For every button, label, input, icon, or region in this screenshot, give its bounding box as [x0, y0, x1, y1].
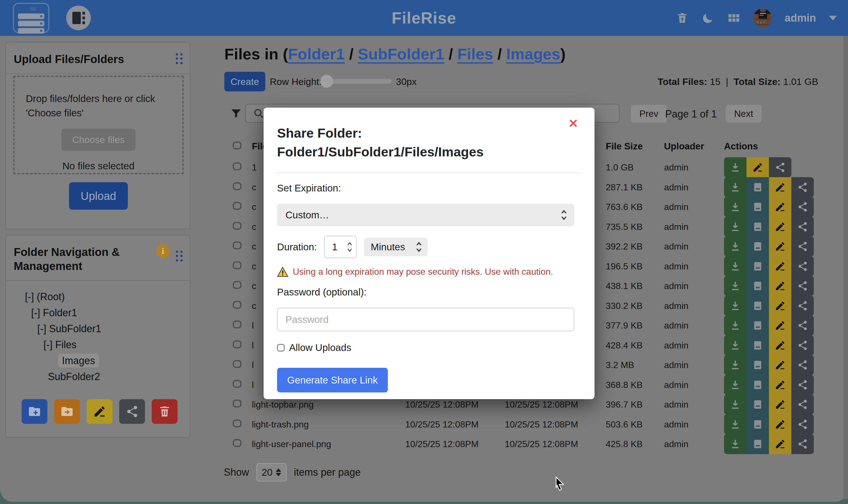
row-checkbox[interactable] [233, 281, 242, 289]
row-checkbox[interactable] [233, 202, 242, 210]
share-button[interactable] [791, 375, 814, 395]
file-name[interactable]: c [252, 241, 256, 252]
user-avatar[interactable] [753, 9, 772, 27]
download-button[interactable] [724, 296, 746, 316]
file-name[interactable]: c [252, 261, 256, 271]
info-icon[interactable]: i [156, 245, 170, 258]
file-name[interactable]: c [252, 182, 256, 192]
preview-button[interactable] [746, 217, 769, 237]
dark-mode-moon-icon[interactable] [702, 12, 714, 24]
file-name[interactable]: light-topbar.png [252, 399, 314, 410]
breadcrumb-link-images[interactable]: Images [506, 45, 560, 63]
edit-button[interactable] [769, 256, 791, 276]
download-button[interactable] [724, 177, 746, 197]
edit-button[interactable] [769, 177, 791, 197]
trash-restore-icon[interactable] [676, 12, 689, 24]
breadcrumb-link-folder1[interactable]: Folder1 [288, 45, 344, 63]
edit-button[interactable] [746, 157, 769, 177]
preview-button[interactable] [746, 316, 769, 336]
create-folder-button[interactable] [22, 399, 47, 424]
row-checkbox[interactable] [233, 222, 242, 230]
duration-input[interactable]: 1 [324, 236, 357, 258]
edit-button[interactable] [769, 217, 791, 237]
file-name[interactable]: 1 [252, 162, 257, 173]
share-button[interactable] [791, 355, 814, 375]
file-name[interactable]: c [252, 301, 256, 311]
row-checkbox[interactable] [233, 360, 242, 368]
tree-item[interactable]: Images [6, 353, 190, 368]
download-button[interactable] [724, 316, 746, 336]
download-button[interactable] [724, 434, 746, 454]
file-name[interactable]: c [252, 202, 256, 212]
apps-grid-icon[interactable] [727, 12, 740, 24]
edit-button[interactable] [769, 316, 791, 336]
file-name[interactable]: l [252, 380, 254, 390]
move-folder-button[interactable] [54, 399, 80, 424]
duration-unit-select[interactable]: Minutes [364, 238, 428, 256]
user-menu-caret-icon[interactable] [829, 16, 837, 20]
select-all-checkbox[interactable] [233, 142, 242, 149]
tree-item[interactable]: [-] Files [6, 337, 190, 353]
next-page-button[interactable]: Next [726, 105, 762, 123]
breadcrumb-link-subfolder1[interactable]: SubFolder1 [358, 45, 444, 63]
row-checkbox[interactable] [233, 241, 242, 250]
prev-page-button[interactable]: Prev [631, 105, 667, 123]
close-icon[interactable]: ✕ [568, 118, 578, 129]
slider-thumb[interactable] [320, 75, 333, 88]
download-button[interactable] [724, 217, 746, 237]
download-button[interactable] [724, 335, 746, 356]
row-checkbox[interactable] [233, 163, 242, 170]
download-button[interactable] [724, 394, 746, 415]
file-name[interactable]: light-trash.png [252, 419, 309, 429]
edit-button[interactable] [769, 335, 791, 356]
scrollbar[interactable] [844, 36, 848, 499]
row-checkbox[interactable] [233, 321, 242, 328]
expiration-select[interactable]: Custom… [277, 204, 574, 226]
number-spinner-icon[interactable] [347, 241, 353, 253]
share-button[interactable] [791, 177, 814, 197]
download-button[interactable] [724, 236, 746, 256]
share-button[interactable] [791, 217, 814, 237]
row-checkbox[interactable] [233, 400, 242, 408]
download-button[interactable] [724, 157, 746, 177]
share-button[interactable] [791, 316, 814, 336]
download-button[interactable] [724, 276, 746, 296]
share-button[interactable] [791, 296, 814, 316]
filter-icon[interactable] [230, 107, 242, 120]
file-name[interactable]: light-user-panel.png [252, 439, 331, 449]
preview-button[interactable] [746, 394, 769, 415]
row-checkbox[interactable] [233, 301, 242, 309]
download-button[interactable] [724, 414, 746, 434]
drag-handle-icon[interactable] [176, 251, 183, 262]
download-button[interactable] [724, 197, 746, 217]
column-header-uploader[interactable]: Uploader [664, 141, 704, 152]
generate-share-link-button[interactable]: Generate Share Link [277, 368, 388, 393]
preview-button[interactable] [746, 375, 769, 395]
edit-button[interactable] [769, 296, 791, 316]
preview-button[interactable] [746, 335, 769, 356]
allow-uploads-checkbox[interactable] [277, 344, 285, 352]
tree-item[interactable]: [-] SubFolder1 [6, 321, 190, 337]
share-button[interactable] [791, 434, 814, 454]
row-checkbox[interactable] [233, 439, 242, 447]
row-checkbox[interactable] [233, 340, 242, 348]
share-button[interactable] [791, 414, 814, 434]
file-name[interactable]: c [252, 221, 256, 232]
share-button[interactable] [791, 335, 814, 356]
download-button[interactable] [724, 375, 746, 395]
edit-button[interactable] [769, 434, 791, 454]
edit-button[interactable] [769, 276, 791, 296]
delete-folder-button[interactable] [152, 399, 177, 424]
password-input[interactable] [277, 308, 574, 331]
upload-button[interactable]: Upload [69, 182, 128, 210]
file-name[interactable]: c [252, 281, 256, 291]
preview-button[interactable] [746, 177, 769, 197]
share-button[interactable] [791, 276, 814, 296]
edit-button[interactable] [769, 394, 791, 415]
row-checkbox[interactable] [233, 261, 242, 269]
rename-folder-button[interactable] [87, 399, 112, 424]
row-checkbox[interactable] [233, 182, 242, 190]
preview-button[interactable] [746, 197, 769, 217]
share-button[interactable] [769, 157, 791, 177]
share-folder-button[interactable] [119, 399, 145, 424]
